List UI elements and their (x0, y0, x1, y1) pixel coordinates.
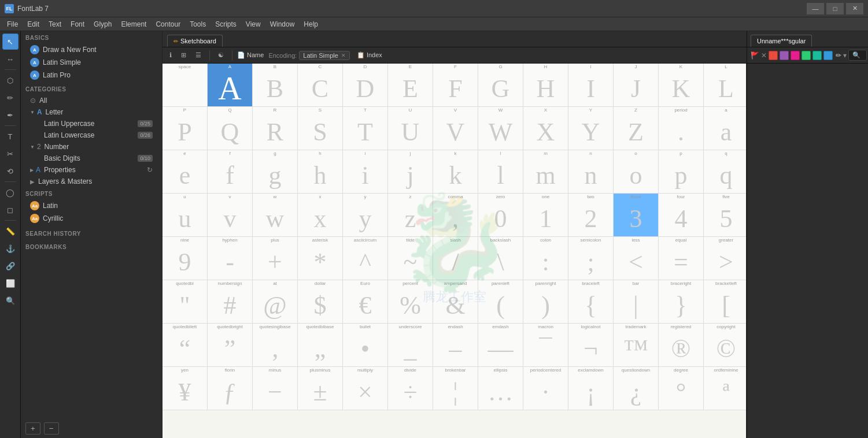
menu-item-window[interactable]: Window (265, 19, 300, 29)
name-tab-btn[interactable]: 📄 Name (237, 51, 264, 59)
color-blue[interactable] (823, 51, 833, 60)
glyph-cell-K[interactable]: KK (659, 64, 704, 107)
sidebar-item-layers-masters[interactable]: ▶ Layers & Masters (25, 176, 157, 187)
glyph-cell-quotedbllett[interactable]: quotedbllett“ (162, 324, 208, 367)
tool-eraser[interactable]: ⬜ (2, 275, 19, 291)
glyph-cell-one[interactable]: one1 (523, 194, 568, 237)
tool-rotate[interactable]: ⟲ (2, 163, 19, 179)
glyph-cell-semicolon[interactable]: semicolon; (568, 237, 614, 280)
glyph-cell-C[interactable]: CC (298, 64, 343, 107)
glyph-cell-J[interactable]: JJ (614, 64, 659, 107)
minimize-button[interactable]: — (807, 3, 824, 14)
color-green[interactable] (801, 51, 811, 60)
menu-item-tools[interactable]: Tools (185, 19, 210, 29)
glyph-cell-asterisk[interactable]: asterisk* (298, 237, 343, 280)
glyph-cell-G[interactable]: GG (478, 64, 523, 107)
glyph-cell-E[interactable]: EE (388, 64, 433, 107)
tool-node[interactable]: ⬡ (2, 72, 19, 88)
tool-rect[interactable]: ◻ (2, 202, 19, 218)
glyph-cell-y[interactable]: yy (343, 194, 388, 237)
glyph-cell-minus[interactable]: minus− (253, 367, 298, 410)
sidebar-item-draw-new-font[interactable]: A Draw a New Font (25, 43, 157, 56)
glyph-cell-trademark[interactable]: trademark™ (614, 324, 659, 367)
glyph-cell-I[interactable]: II (568, 64, 614, 107)
menu-item-file[interactable]: File (2, 19, 23, 29)
glyph-cell-x[interactable]: xx (298, 194, 343, 237)
glyph-cell-brokenbar[interactable]: brokenbar¦ (433, 367, 478, 410)
search-box[interactable]: 🔍 (848, 50, 867, 61)
glyph-cell-quotesinglbase[interactable]: quotesinglbase‚ (253, 324, 298, 367)
glyph-cell-o[interactable]: oo (614, 150, 659, 194)
glyph-cell-questiondown[interactable]: questiondown¿ (614, 367, 659, 410)
glyph-cell-a[interactable]: aa (704, 107, 746, 150)
close-icon-right[interactable]: ✕ (761, 51, 767, 60)
glyph-cell-Y[interactable]: YY (568, 107, 614, 150)
glyph-cell-underscore[interactable]: underscore_ (388, 324, 433, 367)
glyph-grid-container[interactable]: spaceAABBCCDDEEFFGGHHIIJJKKLLMMNNOOPPQQR… (162, 64, 746, 438)
menu-item-glyph[interactable]: Glyph (89, 19, 116, 29)
toolbar-tag-btn[interactable]: ☯ (215, 50, 227, 61)
color-purple[interactable] (780, 51, 789, 60)
glyph-cell-m[interactable]: mm (523, 150, 568, 194)
glyph-cell-three[interactable]: three3 (614, 194, 659, 237)
glyph-cell-space[interactable]: space (162, 64, 208, 107)
glyph-cell-macron[interactable]: macron¯ (523, 324, 568, 367)
sidebar-item-latin-pro[interactable]: A Latin Pro (25, 69, 157, 81)
tool-zoom[interactable]: 🔍 (2, 292, 19, 309)
index-tab-btn[interactable]: 📋 Index (357, 51, 382, 59)
glyph-cell-f[interactable]: ff (208, 150, 253, 194)
glyph-cell-nine[interactable]: nine9 (162, 237, 208, 280)
tool-anchor[interactable]: ⚓ (2, 240, 19, 257)
menu-item-scripts[interactable]: Scripts (210, 19, 241, 29)
tool-pen[interactable]: ✏ (2, 90, 19, 106)
sidebar-item-latin-lowercase[interactable]: Latin Lowercase 0/26 (25, 129, 157, 141)
color-red[interactable] (769, 51, 778, 60)
glyph-cell-logicalnot[interactable]: logicalnot¬ (568, 324, 614, 367)
glyph-cell-ampersand[interactable]: ampersand& (433, 280, 478, 324)
color-dropdown-icon[interactable]: ▾ (843, 51, 847, 60)
menu-item-help[interactable]: Help (299, 19, 323, 29)
tab-font[interactable]: Unname***sgular (751, 35, 812, 47)
sidebar-item-latin[interactable]: Aa Latin (25, 199, 157, 212)
color-pink[interactable] (791, 51, 800, 60)
glyph-cell-divide[interactable]: divide÷ (388, 367, 433, 410)
glyph-cell-B[interactable]: BB (253, 64, 298, 107)
glyph-cell-D[interactable]: DD (343, 64, 388, 107)
glyph-cell-five[interactable]: five5 (704, 194, 746, 237)
glyph-cell-e[interactable]: ee (162, 150, 208, 194)
maximize-button[interactable]: □ (826, 3, 844, 14)
menu-item-contour[interactable]: Contour (151, 19, 185, 29)
sidebar-add-button[interactable]: + (25, 422, 40, 435)
glyph-cell-numbersign[interactable]: numbersign# (208, 280, 253, 324)
glyph-cell-plusminus[interactable]: plusminus± (298, 367, 343, 410)
tab-sketchboard[interactable]: ✏ Sketchboard (167, 35, 223, 47)
glyph-cell-p[interactable]: pp (659, 150, 704, 194)
glyph-cell-z[interactable]: zz (388, 194, 433, 237)
glyph-cell-at[interactable]: at@ (253, 280, 298, 324)
sidebar-item-all[interactable]: ⊙ All (25, 95, 157, 106)
toolbar-list-btn[interactable]: ☰ (192, 50, 205, 61)
glyph-cell-quotedbright[interactable]: quotedbright” (208, 324, 253, 367)
glyph-cell-F[interactable]: FF (433, 64, 478, 107)
glyph-cell-h[interactable]: hh (298, 150, 343, 194)
glyph-cell-yen[interactable]: yen¥ (162, 367, 208, 410)
menu-item-font[interactable]: Font (66, 19, 89, 29)
glyph-cell-j[interactable]: jj (388, 150, 433, 194)
sidebar-item-latin-simple[interactable]: A Latin Simple (25, 56, 157, 69)
glyph-cell-parenright[interactable]: parenright) (523, 280, 568, 324)
glyph-cell-T[interactable]: TT (343, 107, 388, 150)
glyph-cell-X[interactable]: XX (523, 107, 568, 150)
glyph-cell-R[interactable]: RR (253, 107, 298, 150)
menu-item-element[interactable]: Element (116, 19, 151, 29)
tool-bezier[interactable]: ✒ (2, 107, 19, 123)
glyph-cell-dollar[interactable]: dollar$ (298, 280, 343, 324)
glyph-cell-two[interactable]: two2 (568, 194, 614, 237)
glyph-cell-ellipsis[interactable]: ellipsis… (478, 367, 523, 410)
glyph-cell-L[interactable]: LL (704, 64, 746, 107)
glyph-cell-P[interactable]: PP (162, 107, 208, 150)
menu-item-text[interactable]: Text (44, 19, 66, 29)
glyph-cell-asciicircum[interactable]: asciicircum^ (343, 237, 388, 280)
glyph-cell-degree[interactable]: degree° (659, 367, 704, 410)
glyph-cell-braceright[interactable]: braceright} (659, 280, 704, 324)
glyph-cell-A[interactable]: AA (208, 64, 253, 107)
